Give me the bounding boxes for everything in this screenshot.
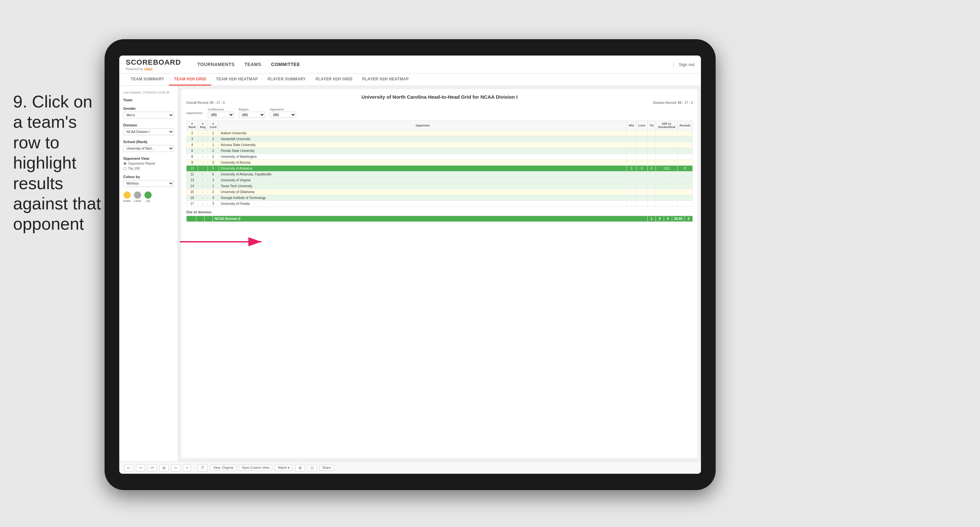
tab-player-h2h-heatmap[interactable]: PLAYER H2H HEATMAP <box>357 73 414 86</box>
cell-1: - <box>198 172 208 177</box>
toolbar-separator: · <box>194 465 195 471</box>
cell-0: 4 <box>186 142 198 148</box>
tab-team-h2h-grid[interactable]: TEAM H2H GRID <box>169 73 211 86</box>
cut-button[interactable]: ✂ <box>171 464 180 471</box>
layout-button[interactable]: ⊡ <box>307 464 317 471</box>
col-loss: Loss <box>636 121 648 131</box>
undo-button[interactable]: ↩ <box>124 464 133 471</box>
ood-reg <box>196 216 205 222</box>
top-nav: SCOREBOARD Powered by clippi TOURNAMENTS… <box>119 56 701 73</box>
tab-team-summary[interactable]: TEAM SUMMARY <box>126 73 169 86</box>
filter-conference-select[interactable]: (All) <box>208 112 234 118</box>
cell-8 <box>678 136 693 142</box>
nav-committee[interactable]: COMMITTEE <box>271 60 300 68</box>
last-updated: Last Updated: 27/03/2024 16:55:38 <box>123 91 174 94</box>
cell-3: University of Arkansas, Fayetteville <box>219 172 627 177</box>
radio-top100[interactable]: Top 100 <box>123 167 174 170</box>
radio-opponents-played[interactable]: Opponents Played <box>123 162 174 165</box>
table-row[interactable]: 11-5University of Alabama3002.618 <box>186 166 693 172</box>
watch-button[interactable]: Watch ▾ <box>275 465 293 471</box>
table-row[interactable]: 6-2Florida State University <box>186 148 693 154</box>
table-row[interactable]: 12-6University of Arkansas, Fayetteville <box>186 172 693 177</box>
tab-player-h2h-grid[interactable]: PLAYER H2H GRID <box>311 73 358 86</box>
cell-7 <box>656 131 678 136</box>
cell-2: 4 <box>208 195 219 201</box>
logo: SCOREBOARD <box>126 58 181 67</box>
nav-tournaments[interactable]: TOURNAMENTS <box>197 60 235 68</box>
share-button[interactable]: Share <box>319 465 334 471</box>
cell-2: 2 <box>208 189 219 195</box>
radio-top100-indicator <box>123 167 126 170</box>
cell-3: Georgia Institute of Technology <box>219 195 627 201</box>
filter-region-select[interactable]: (All) <box>239 112 265 118</box>
cell-7 <box>656 189 678 195</box>
ood-rounds: 3 <box>685 216 693 222</box>
colour-by-select[interactable]: Win/loss <box>123 180 174 187</box>
table-row[interactable]: 8-2University of Washington <box>186 154 693 160</box>
view-original-button[interactable]: View: Original <box>210 465 236 471</box>
cell-1: - <box>198 136 208 142</box>
cell-1: - <box>198 183 208 189</box>
save-custom-view-button[interactable]: Save Custom View <box>239 465 272 471</box>
cell-5 <box>636 154 648 160</box>
out-of-division-table: NCAA Division II 1 0 0 26.00 3 <box>186 216 693 222</box>
table-row[interactable]: 2-1Auburn University <box>186 131 693 136</box>
cell-2: 2 <box>208 136 219 142</box>
table-row[interactable]: 3-2Vanderbilt University <box>186 136 693 142</box>
cell-7 <box>656 136 678 142</box>
brand-name: clippi <box>144 67 153 71</box>
nav-divider: | <box>673 61 674 67</box>
tab-team-h2h-heatmap[interactable]: TEAM H2H HEATMAP <box>211 73 263 86</box>
table-row[interactable]: 4-1Arizona State University <box>186 142 693 148</box>
add-button[interactable]: + <box>183 464 191 471</box>
table-row[interactable]: 17-3University of Florida <box>186 201 693 207</box>
radio-opponents-played-indicator <box>123 162 126 165</box>
out-of-division-row[interactable]: NCAA Division II 1 0 0 26.00 3 <box>186 216 693 222</box>
division-label: Division <box>123 123 174 127</box>
refresh-button[interactable]: ⟳ <box>148 464 157 471</box>
cell-4 <box>627 160 636 166</box>
powered-by: Powered by clippi <box>126 67 181 71</box>
legend: Down Level Up <box>123 191 174 202</box>
filter-row: Opponents: Conference (All) Region (All) <box>186 108 693 118</box>
cell-8 <box>678 172 693 177</box>
filter-conference-label: Conference <box>208 108 234 111</box>
division-select[interactable]: NCAA Division I <box>123 128 174 135</box>
grid-button[interactable]: ⊞ <box>159 464 169 471</box>
table-row[interactable]: 13-3University of Virginia <box>186 177 693 183</box>
table-row[interactable]: 15-2University of Oklahoma <box>186 189 693 195</box>
cell-6: 0 <box>648 166 656 172</box>
sub-nav: TEAM SUMMARY TEAM H2H GRID TEAM H2H HEAT… <box>119 73 701 86</box>
legend-down: Down <box>123 191 131 202</box>
nav-left: SCOREBOARD Powered by clippi TOURNAMENTS… <box>126 58 300 71</box>
cell-1: - <box>198 166 208 172</box>
cell-0: 17 <box>186 201 198 207</box>
ood-diff: 26.00 <box>672 216 684 222</box>
nav-teams[interactable]: TEAMS <box>244 60 261 68</box>
col-rank: #Rank <box>186 121 198 131</box>
cell-1: - <box>198 189 208 195</box>
sign-out-button[interactable]: Sign out <box>679 62 694 67</box>
cell-6 <box>648 183 656 189</box>
cell-1: - <box>198 131 208 136</box>
cell-6 <box>648 160 656 166</box>
table-row[interactable]: 16-4Georgia Institute of Technology <box>186 195 693 201</box>
grid-subtitle: Overall Record: 89 - 17 - 0 Division Rec… <box>186 101 693 105</box>
tab-player-summary[interactable]: PLAYER SUMMARY <box>263 73 311 86</box>
table-row[interactable]: 9-3University of Arizona <box>186 160 693 166</box>
gender-select[interactable]: Men's <box>123 112 174 119</box>
cell-0: 3 <box>186 136 198 142</box>
redo-button[interactable]: ↪ <box>136 464 145 471</box>
monitor-button[interactable]: 🖥 <box>295 464 305 471</box>
table-row[interactable]: 14-1Texas Tech University <box>186 183 693 189</box>
sidebar-school-section: School (Rank) University of Nort... <box>123 140 174 152</box>
cell-5 <box>636 201 648 207</box>
school-select[interactable]: University of Nort... <box>123 145 174 152</box>
legend-up-dot <box>145 191 152 199</box>
cell-6 <box>648 201 656 207</box>
clock-button[interactable]: ⏱ <box>198 464 207 471</box>
cell-6 <box>648 148 656 154</box>
ood-loss: 0 <box>655 216 664 222</box>
filter-opponent-select[interactable]: (All) <box>270 112 296 118</box>
cell-3: University of Oklahoma <box>219 189 627 195</box>
